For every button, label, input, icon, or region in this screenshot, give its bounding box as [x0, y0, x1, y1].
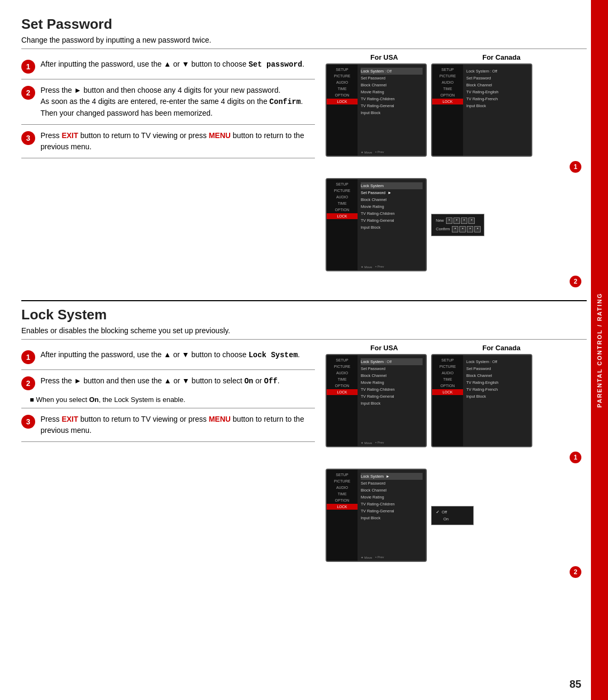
- ls-badge-1: 1: [570, 452, 581, 463]
- ls-sidebar-setup: SETUP: [327, 357, 358, 363]
- footer-prev-1: ▪ Prev: [375, 150, 384, 154]
- ls-step-2-text: Press the ► button and then use the ▲ or…: [40, 375, 315, 387]
- menu-tv-english-c1: TV Rating-English: [466, 88, 528, 95]
- sidebar-time-c1: TIME: [432, 86, 463, 92]
- tv-sidebar-ls2: SETUP PICTURE AUDIO TIME OPTION LOCK: [327, 470, 358, 561]
- menu-movie-rating-1: Movie Rating: [361, 88, 423, 95]
- ls-sidebar-option-c: OPTION: [432, 383, 463, 389]
- offon-off-label: Off: [442, 510, 447, 514]
- screenshot-pair-1: SETUP PICTURE AUDIO TIME OPTION LOCK Loc…: [326, 63, 587, 157]
- tv-sidebar-ls-canada1: SETUP PICTURE AUDIO TIME OPTION LOCK: [432, 355, 463, 446]
- ls2-menu-block-channel: Block Channel: [361, 487, 423, 494]
- ls-tv-footer-1: ✦ Move ▪ Prev: [358, 441, 426, 445]
- ls-menu-input-block-c: Input Block: [466, 393, 528, 400]
- sidebar-option: OPTION: [327, 92, 358, 98]
- footer-prev-2: ▪ Prev: [375, 265, 384, 269]
- step-2-circle: 2: [21, 86, 35, 100]
- ls-step-3-circle: 3: [21, 415, 35, 429]
- menu-tv-general-2: TV Rating-General: [361, 217, 423, 224]
- ls-step-2-circle: 2: [21, 376, 35, 390]
- ls2-footer-move: ✦ Move: [361, 556, 372, 559]
- tv-main-canada-1: Lock System : Off Set Password Block Cha…: [463, 65, 531, 156]
- password-submenu: New * * * * Confirm * * *: [431, 214, 484, 236]
- cdot4: *: [474, 226, 481, 232]
- sidebar-option-c1: OPTION: [432, 92, 463, 98]
- new-dots: * * * *: [446, 218, 475, 224]
- sidebar-picture: PICTURE: [327, 73, 358, 79]
- ls-usa-screenshot-1: SETUP PICTURE AUDIO TIME OPTION LOCK Loc…: [326, 354, 427, 447]
- ls2-menu-tv-general: TV Rating-General: [361, 508, 423, 514]
- parental-control-sidebar: PARENTAL CONTROL / RATING: [591, 0, 608, 700]
- ls-footer-move-1: ✦ Move: [361, 441, 372, 445]
- new-password-row: New * * * *: [436, 218, 480, 224]
- ls-menu-tv-english-c: TV Rating-English: [466, 379, 528, 386]
- for-usa-label-ls: For USA: [331, 344, 437, 352]
- menu-tv-children-1: TV Rating-Children: [361, 95, 423, 102]
- offon-submenu: ✓ Off On: [431, 506, 474, 525]
- sidebar-audio-2: AUDIO: [327, 194, 358, 200]
- menu-set-password-2: Set Password ►: [361, 189, 423, 196]
- tv-sidebar-2: SETUP PICTURE AUDIO TIME OPTION LOCK: [327, 179, 358, 270]
- step-3-circle: 3: [21, 131, 35, 145]
- ls2-sidebar-audio: AUDIO: [327, 485, 358, 490]
- tv-menu-ls-usa-2: SETUP PICTURE AUDIO TIME OPTION LOCK Loc…: [326, 469, 427, 562]
- ls-badge-2: 2: [570, 566, 581, 578]
- divider-step1: [21, 79, 315, 79]
- sidebar-setup-c1: SETUP: [432, 67, 463, 73]
- ls-divider-1: [21, 369, 315, 370]
- tv-main-1: Lock System : Off Set Password Block Cha…: [358, 65, 426, 156]
- ls-sidebar-picture-c: PICTURE: [432, 364, 463, 369]
- ls2-sidebar-lock: LOCK: [327, 504, 358, 510]
- ls2-menu-tv-children: TV Rating-Children: [361, 501, 423, 508]
- sidebar-time: TIME: [327, 86, 358, 92]
- cdot2: *: [459, 226, 466, 232]
- ls-menu-lock-system-c: Lock System : Off: [466, 358, 528, 365]
- sidebar-audio-c1: AUDIO: [432, 79, 463, 85]
- ls-menu-block-channel: Block Channel: [361, 372, 423, 379]
- ls-step-1-circle: 1: [21, 350, 35, 364]
- offon-off-row: ✓ Off: [436, 510, 469, 514]
- ls-menu-set-password: Set Password: [361, 365, 423, 372]
- dot2: *: [453, 218, 460, 224]
- ls-canada-screenshot-1: SETUP PICTURE AUDIO TIME OPTION LOCK Loc…: [431, 354, 532, 447]
- check-mark: ✓: [436, 510, 440, 514]
- step-2-row: 2 Press the ► button and then choose any…: [21, 85, 315, 119]
- ls-tv-main-canada1: Lock System : Off Set Password Block Cha…: [463, 355, 531, 446]
- divider-top: [21, 49, 587, 49]
- step-1-row: 1 After inputting the password, use the …: [21, 59, 315, 74]
- lock-system-layout: 1 After inputting the password, use the …: [21, 344, 587, 581]
- ls-menu-block-channel-c: Block Channel: [466, 372, 528, 379]
- menu-input-block-c1: Input Block: [466, 102, 528, 109]
- ls-menu-tv-general: TV Rating-General: [361, 393, 423, 400]
- usa-screenshot-1: SETUP PICTURE AUDIO TIME OPTION LOCK Loc…: [326, 63, 427, 157]
- divider-step3: [21, 158, 315, 158]
- ls-step-3-text: Press EXIT button to return to TV viewin…: [40, 414, 315, 436]
- step-1-text: After inputting the password, use the ▲ …: [40, 59, 315, 70]
- ls2-menu-set-password: Set Password: [361, 480, 423, 487]
- menu-tv-children-2: TV Rating-Children: [361, 210, 423, 217]
- menu-block-channel-1: Block Channel: [361, 82, 423, 88]
- sidebar-picture-2: PICTURE: [327, 188, 358, 194]
- step-1-circle: 1: [21, 60, 35, 74]
- set-password-screenshots: For USA For Canada SETUP PICTURE AUDIO T…: [326, 53, 587, 291]
- tv-menu-canada-1: SETUP PICTURE AUDIO TIME OPTION LOCK Loc…: [431, 63, 532, 157]
- ls-sidebar-time: TIME: [327, 376, 358, 382]
- page-number: 85: [570, 678, 581, 690]
- divider-step2: [21, 124, 315, 125]
- confirm-label: Confirm: [436, 227, 450, 231]
- ls-menu-movie-rating: Movie Rating: [361, 379, 423, 386]
- confirm-password-row: Confirm * * * *: [436, 226, 480, 232]
- ls-menu-set-password-c: Set Password: [466, 365, 528, 372]
- usa-screenshot-2: SETUP PICTURE AUDIO TIME OPTION LOCK Loc…: [326, 178, 427, 271]
- ls-sidebar-setup-c: SETUP: [432, 357, 463, 363]
- ls-step-1-row: 1 After inputting the password, use the …: [21, 349, 315, 364]
- set-password-title: Set Password: [21, 16, 587, 33]
- section-divider: [21, 300, 587, 301]
- menu-set-password-1: Set Password: [361, 75, 423, 82]
- ls-menu-tv-french-c: TV Rating-French: [466, 386, 528, 393]
- for-labels-row-ls: For USA For Canada: [326, 344, 587, 352]
- ls2-tv-footer: ✦ Move ▪ Prev: [358, 556, 426, 559]
- ls-menu-input-block: Input Block: [361, 400, 423, 407]
- tv-footer-2: ✦ Move ▪ Prev: [358, 265, 426, 269]
- new-label: New: [436, 218, 444, 223]
